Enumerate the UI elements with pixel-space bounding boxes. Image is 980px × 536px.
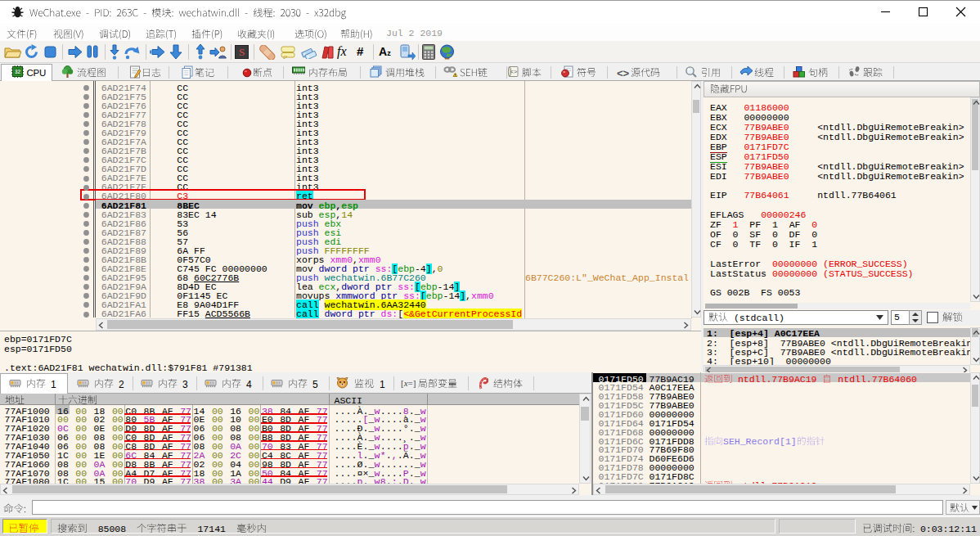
svg-text:32: 32	[15, 69, 21, 74]
svg-text:<>: <>	[510, 69, 516, 75]
svg-text:S: S	[239, 46, 245, 58]
svg-text:<>: <>	[617, 68, 629, 79]
